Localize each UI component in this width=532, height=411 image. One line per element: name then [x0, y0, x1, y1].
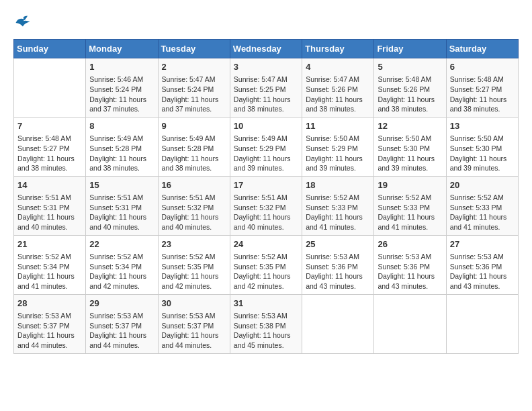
day-info: Sunset: 5:25 PM — [234, 85, 298, 95]
day-info: Sunrise: 5:52 AM — [17, 252, 82, 262]
day-number: 6 — [450, 61, 515, 73]
day-number: 19 — [378, 179, 442, 191]
day-cell: 15Sunrise: 5:51 AMSunset: 5:31 PMDayligh… — [86, 176, 158, 235]
day-cell — [14, 58, 86, 118]
day-info: and 38 minutes. — [450, 104, 515, 114]
day-info: Daylight: 11 hours — [89, 271, 154, 281]
day-cell: 4Sunrise: 5:47 AMSunset: 5:26 PMDaylight… — [302, 58, 374, 118]
day-cell — [302, 294, 374, 353]
day-info: Daylight: 11 hours — [17, 271, 82, 281]
day-cell: 25Sunrise: 5:53 AMSunset: 5:36 PMDayligh… — [302, 235, 374, 294]
day-info: Daylight: 11 hours — [450, 212, 515, 222]
day-info: Sunrise: 5:46 AM — [89, 75, 154, 85]
day-info: Sunset: 5:36 PM — [378, 262, 442, 272]
day-info: Sunrise: 5:52 AM — [450, 193, 515, 203]
day-info: Sunset: 5:36 PM — [450, 262, 515, 272]
day-cell: 14Sunrise: 5:51 AMSunset: 5:31 PMDayligh… — [14, 176, 86, 235]
day-info: and 41 minutes. — [378, 222, 442, 232]
day-info: Daylight: 11 hours — [234, 271, 298, 281]
day-info: and 37 minutes. — [89, 104, 154, 114]
day-info: and 42 minutes. — [234, 281, 298, 291]
day-cell: 13Sunrise: 5:50 AMSunset: 5:30 PMDayligh… — [446, 117, 518, 176]
day-info: Daylight: 11 hours — [450, 95, 515, 105]
day-info: Sunrise: 5:48 AM — [378, 75, 442, 85]
header — [13, 13, 519, 32]
day-info: Sunrise: 5:53 AM — [378, 252, 442, 262]
day-info: Daylight: 11 hours — [378, 95, 442, 105]
day-info: Daylight: 11 hours — [89, 212, 154, 222]
day-info: and 40 minutes. — [234, 222, 298, 232]
day-number: 9 — [162, 120, 226, 132]
day-info: Sunrise: 5:52 AM — [234, 252, 298, 262]
day-info: Daylight: 11 hours — [306, 154, 370, 164]
day-info: and 43 minutes. — [306, 281, 370, 291]
day-info: Daylight: 11 hours — [234, 154, 298, 164]
day-info: Daylight: 11 hours — [89, 330, 154, 340]
day-cell: 8Sunrise: 5:49 AMSunset: 5:28 PMDaylight… — [86, 117, 158, 176]
day-info: Daylight: 11 hours — [162, 154, 226, 164]
day-info: and 41 minutes. — [17, 281, 82, 291]
day-number: 14 — [17, 179, 82, 191]
day-info: Sunset: 5:30 PM — [450, 144, 515, 154]
day-number: 1 — [89, 61, 154, 73]
day-number: 11 — [306, 120, 370, 132]
day-info: Sunrise: 5:49 AM — [89, 134, 154, 144]
day-info: Daylight: 11 hours — [162, 271, 226, 281]
calendar-body: 1Sunrise: 5:46 AMSunset: 5:24 PMDaylight… — [14, 58, 519, 354]
day-number: 12 — [378, 120, 442, 132]
day-cell: 24Sunrise: 5:52 AMSunset: 5:35 PMDayligh… — [230, 235, 302, 294]
day-info: Sunset: 5:27 PM — [17, 144, 82, 154]
day-cell: 1Sunrise: 5:46 AMSunset: 5:24 PMDaylight… — [86, 58, 158, 118]
day-info: and 40 minutes. — [162, 222, 226, 232]
day-info: and 38 minutes. — [234, 104, 298, 114]
day-number: 3 — [234, 61, 298, 73]
day-info: Sunset: 5:33 PM — [450, 203, 515, 213]
day-cell: 10Sunrise: 5:49 AMSunset: 5:29 PMDayligh… — [230, 117, 302, 176]
day-header-monday: Monday — [86, 40, 158, 58]
day-info: Sunrise: 5:50 AM — [450, 134, 515, 144]
day-info: Sunrise: 5:52 AM — [89, 252, 154, 262]
day-number: 5 — [378, 61, 442, 73]
day-cell: 27Sunrise: 5:53 AMSunset: 5:36 PMDayligh… — [446, 235, 518, 294]
day-info: Sunrise: 5:52 AM — [306, 193, 370, 203]
day-info: Sunset: 5:35 PM — [162, 262, 226, 272]
day-info: and 42 minutes. — [162, 281, 226, 291]
day-number: 7 — [17, 120, 82, 132]
day-info: Daylight: 11 hours — [450, 271, 515, 281]
day-info: and 38 minutes. — [162, 163, 226, 173]
day-number: 16 — [162, 179, 226, 191]
day-info: Daylight: 11 hours — [162, 95, 226, 105]
day-cell — [374, 294, 446, 353]
day-info: and 39 minutes. — [450, 163, 515, 173]
day-info: Sunrise: 5:47 AM — [234, 75, 298, 85]
day-number: 29 — [89, 298, 154, 310]
day-info: and 40 minutes. — [17, 222, 82, 232]
day-info: Sunset: 5:29 PM — [234, 144, 298, 154]
day-info: Sunrise: 5:47 AM — [306, 75, 370, 85]
day-info: Sunset: 5:24 PM — [89, 85, 154, 95]
day-cell: 21Sunrise: 5:52 AMSunset: 5:34 PMDayligh… — [14, 235, 86, 294]
day-cell: 29Sunrise: 5:53 AMSunset: 5:37 PMDayligh… — [86, 294, 158, 353]
week-row-3: 14Sunrise: 5:51 AMSunset: 5:31 PMDayligh… — [14, 176, 519, 235]
day-info: and 41 minutes. — [306, 222, 370, 232]
day-number: 13 — [450, 120, 515, 132]
day-cell: 3Sunrise: 5:47 AMSunset: 5:25 PMDaylight… — [230, 58, 302, 118]
logo — [13, 13, 35, 32]
day-info: Sunset: 5:26 PM — [378, 85, 442, 95]
days-of-week-row: SundayMondayTuesdayWednesdayThursdayFrid… — [14, 40, 519, 58]
day-info: and 39 minutes. — [306, 163, 370, 173]
day-info: Sunrise: 5:48 AM — [17, 134, 82, 144]
day-info: Sunrise: 5:51 AM — [162, 193, 226, 203]
day-info: Sunrise: 5:50 AM — [378, 134, 442, 144]
day-cell: 7Sunrise: 5:48 AMSunset: 5:27 PMDaylight… — [14, 117, 86, 176]
day-number: 15 — [89, 179, 154, 191]
day-number: 21 — [17, 238, 82, 250]
day-info: Daylight: 11 hours — [306, 95, 370, 105]
day-info: and 42 minutes. — [89, 281, 154, 291]
day-number: 20 — [450, 179, 515, 191]
day-info: Sunrise: 5:52 AM — [162, 252, 226, 262]
day-number: 4 — [306, 61, 370, 73]
day-info: and 43 minutes. — [378, 281, 442, 291]
day-info: Sunset: 5:33 PM — [306, 203, 370, 213]
day-info: Sunrise: 5:49 AM — [234, 134, 298, 144]
